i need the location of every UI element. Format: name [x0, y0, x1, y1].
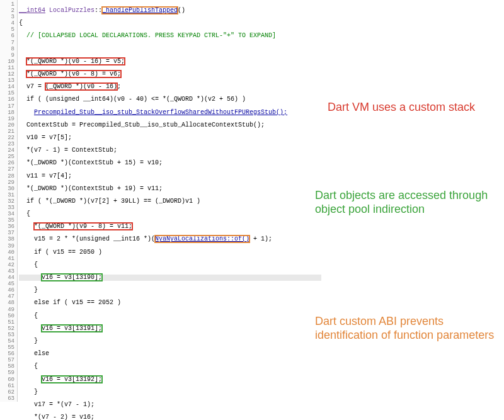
annotation-stack: Dart VM uses a custom stack [328, 101, 491, 115]
annotation-abi: Dart custom ABI prevents identification … [315, 315, 498, 342]
highlighted-line: v16 = v3[13190]; [19, 275, 321, 281]
class-name: LocalPuzzles [49, 7, 94, 14]
line-number-gutter: 1234567891011121314151617181920212223242… [0, 0, 18, 402]
function-name: _handlePublishTapped [102, 7, 178, 14]
code-viewer: __int64 LocalPuzzles::_handlePublishTapp… [19, 0, 321, 420]
annotation-pool: Dart objects are accessed through object… [315, 189, 498, 216]
fold-comment: // [COLLAPSED LOCAL DECLARATIONS. PRESS … [26, 32, 276, 39]
return-type: __int64 [19, 7, 45, 14]
